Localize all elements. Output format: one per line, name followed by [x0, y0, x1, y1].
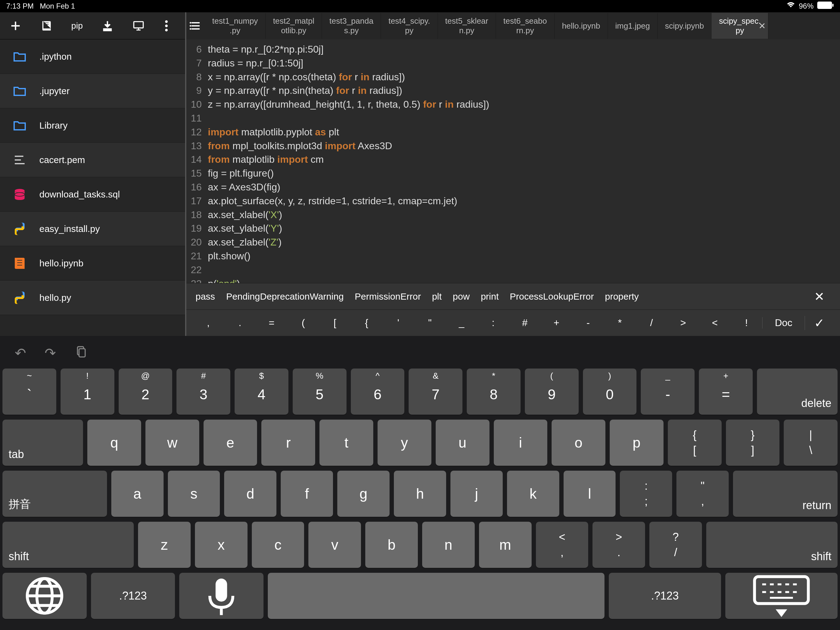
key[interactable]: q — [87, 419, 141, 466]
tab[interactable]: test4_scipy.py — [381, 13, 437, 39]
code-editor[interactable]: 6theta = np.r_[0:2*np.pi:50j]7radius = n… — [186, 40, 840, 283]
file-item[interactable]: .jupyter — [0, 74, 185, 108]
numeric-key[interactable]: .?123 — [609, 573, 721, 619]
doc-button[interactable]: Doc — [762, 317, 805, 329]
key[interactable]: j — [450, 471, 503, 517]
tab[interactable]: test2_matplotlib.py — [266, 13, 322, 39]
file-item[interactable]: Library — [0, 108, 185, 143]
return-key[interactable]: return — [733, 471, 838, 517]
file-item[interactable]: hello.py — [0, 280, 185, 315]
file-item[interactable]: easy_install.py — [0, 212, 185, 246]
tab[interactable]: test6_seaborn.py — [496, 13, 555, 39]
key[interactable]: l — [564, 471, 616, 517]
key[interactable]: u — [436, 419, 489, 466]
symbol-key[interactable]: { — [351, 317, 382, 329]
close-icon[interactable]: ✕ — [758, 21, 766, 31]
key[interactable]: n — [422, 522, 475, 568]
add-icon[interactable] — [9, 19, 22, 33]
key[interactable]: &7 — [409, 369, 463, 415]
symbol-key[interactable]: ( — [287, 317, 319, 329]
key[interactable]: |\ — [784, 419, 838, 466]
file-item[interactable]: download_tasks.sql — [0, 177, 185, 212]
key[interactable]: >. — [592, 522, 645, 568]
tab[interactable]: test3_pandas.py — [322, 13, 381, 39]
symbol-key[interactable]: * — [604, 317, 636, 329]
key[interactable]: f — [281, 471, 333, 517]
check-icon[interactable]: ✓ — [805, 316, 834, 330]
pinyin-key[interactable]: 拼音 — [2, 471, 107, 517]
symbol-key[interactable]: : — [477, 317, 509, 329]
symbol-key[interactable]: + — [540, 317, 572, 329]
key[interactable]: ~` — [2, 369, 56, 415]
key[interactable]: ^6 — [351, 369, 405, 415]
pip-button[interactable]: pip — [71, 21, 83, 31]
key[interactable]: )0 — [583, 369, 637, 415]
monitor-icon[interactable] — [132, 19, 145, 33]
key[interactable]: @2 — [119, 369, 172, 415]
key[interactable]: h — [394, 471, 446, 517]
file-item[interactable]: .ipython — [0, 40, 185, 74]
close-icon[interactable]: ✕ — [808, 290, 831, 304]
clipboard-icon[interactable] — [74, 345, 87, 361]
key[interactable]: += — [699, 369, 753, 415]
key[interactable]: t — [319, 419, 373, 466]
numeric-key[interactable]: .?123 — [91, 573, 175, 619]
file-item[interactable]: cacert.pem — [0, 143, 185, 177]
download-icon[interactable] — [101, 19, 114, 33]
space-key[interactable] — [268, 573, 605, 619]
key[interactable]: ", — [676, 471, 729, 517]
key[interactable]: *8 — [467, 369, 521, 415]
key[interactable]: }] — [726, 419, 780, 466]
key[interactable]: s — [168, 471, 220, 517]
tab[interactable]: hello.ipynb — [555, 13, 608, 39]
globe-key[interactable] — [2, 573, 87, 619]
tab[interactable]: test1_numpy.py — [205, 13, 266, 39]
key[interactable]: b — [365, 522, 418, 568]
tab[interactable]: img1.jpeg — [608, 13, 658, 39]
file-item[interactable]: hello.ipynb — [0, 246, 185, 280]
suggestion[interactable]: plt — [432, 291, 442, 302]
key[interactable]: x — [195, 522, 248, 568]
symbol-key[interactable]: = — [256, 317, 287, 329]
shift-key[interactable]: shift — [2, 522, 134, 568]
key[interactable]: :; — [620, 471, 672, 517]
suggestion[interactable]: property — [605, 291, 639, 302]
symbol-key[interactable]: . — [224, 317, 256, 329]
key[interactable]: a — [111, 471, 164, 517]
key[interactable]: (9 — [525, 369, 579, 415]
tab-key[interactable]: tab — [2, 419, 83, 466]
key[interactable]: y — [377, 419, 431, 466]
key[interactable]: k — [507, 471, 559, 517]
tab-active[interactable]: scipy_spec.py ✕ — [712, 13, 768, 39]
symbol-key[interactable]: ' — [382, 317, 414, 329]
shift-key[interactable]: shift — [706, 522, 838, 568]
undo-icon[interactable]: ↶ — [15, 345, 26, 361]
symbol-key[interactable]: [ — [319, 317, 351, 329]
symbol-key[interactable]: - — [572, 317, 604, 329]
key[interactable]: i — [494, 419, 548, 466]
more-icon[interactable] — [163, 19, 176, 33]
key[interactable]: v — [308, 522, 361, 568]
key[interactable]: <, — [536, 522, 589, 568]
key[interactable]: $4 — [235, 369, 288, 415]
symbol-key[interactable]: / — [636, 317, 667, 329]
key[interactable]: c — [252, 522, 305, 568]
symbol-key[interactable]: # — [509, 317, 541, 329]
key[interactable]: _- — [641, 369, 695, 415]
symbol-key[interactable]: " — [414, 317, 446, 329]
tab-list-icon[interactable] — [186, 20, 205, 32]
key[interactable]: ?/ — [649, 522, 702, 568]
tab[interactable]: test5_sklearn.py — [438, 13, 496, 39]
key[interactable]: #3 — [177, 369, 230, 415]
key[interactable]: %5 — [293, 369, 346, 415]
key[interactable]: m — [479, 522, 532, 568]
suggestion[interactable]: print — [481, 291, 499, 302]
suggestion[interactable]: ProcessLookupError — [510, 291, 594, 302]
delete-key[interactable]: delete — [757, 369, 838, 415]
tab[interactable]: scipy.ipynb — [658, 13, 712, 39]
key[interactable]: o — [552, 419, 605, 466]
dismiss-keyboard-key[interactable] — [725, 573, 838, 619]
key[interactable]: {[ — [668, 419, 722, 466]
symbol-key[interactable]: , — [193, 317, 224, 329]
suggestion[interactable]: pow — [453, 291, 470, 302]
